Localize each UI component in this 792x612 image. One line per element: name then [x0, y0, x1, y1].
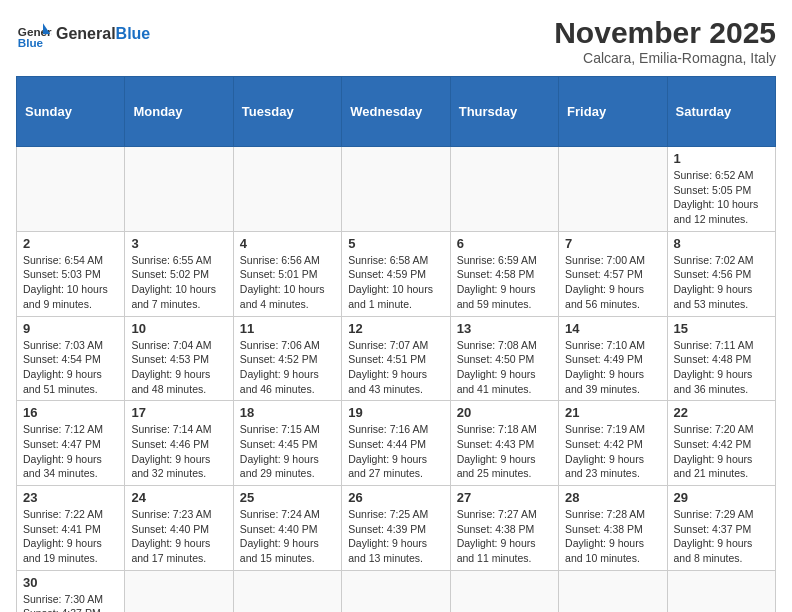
day-info: Sunrise: 7:14 AM Sunset: 4:46 PM Dayligh… — [131, 422, 226, 481]
calendar-cell: 13Sunrise: 7:08 AM Sunset: 4:50 PM Dayli… — [450, 316, 558, 401]
day-info: Sunrise: 7:15 AM Sunset: 4:45 PM Dayligh… — [240, 422, 335, 481]
day-info: Sunrise: 7:29 AM Sunset: 4:37 PM Dayligh… — [674, 507, 769, 566]
location-subtitle: Calcara, Emilia-Romagna, Italy — [554, 50, 776, 66]
day-number: 16 — [23, 405, 118, 420]
logo: General Blue GeneralBlue — [16, 16, 150, 52]
calendar-cell: 5Sunrise: 6:58 AM Sunset: 4:59 PM Daylig… — [342, 231, 450, 316]
day-number: 13 — [457, 321, 552, 336]
calendar-cell — [125, 570, 233, 612]
day-info: Sunrise: 7:04 AM Sunset: 4:53 PM Dayligh… — [131, 338, 226, 397]
calendar-cell — [125, 147, 233, 232]
calendar-cell: 19Sunrise: 7:16 AM Sunset: 4:44 PM Dayli… — [342, 401, 450, 486]
calendar-cell: 26Sunrise: 7:25 AM Sunset: 4:39 PM Dayli… — [342, 486, 450, 571]
calendar-week-5: 23Sunrise: 7:22 AM Sunset: 4:41 PM Dayli… — [17, 486, 776, 571]
day-info: Sunrise: 7:16 AM Sunset: 4:44 PM Dayligh… — [348, 422, 443, 481]
calendar-cell: 1Sunrise: 6:52 AM Sunset: 5:05 PM Daylig… — [667, 147, 775, 232]
calendar-cell: 15Sunrise: 7:11 AM Sunset: 4:48 PM Dayli… — [667, 316, 775, 401]
day-number: 3 — [131, 236, 226, 251]
calendar-week-3: 9Sunrise: 7:03 AM Sunset: 4:54 PM Daylig… — [17, 316, 776, 401]
calendar-cell: 11Sunrise: 7:06 AM Sunset: 4:52 PM Dayli… — [233, 316, 341, 401]
logo-icon: General Blue — [16, 16, 52, 52]
calendar-cell: 25Sunrise: 7:24 AM Sunset: 4:40 PM Dayli… — [233, 486, 341, 571]
day-info: Sunrise: 6:59 AM Sunset: 4:58 PM Dayligh… — [457, 253, 552, 312]
calendar-cell: 17Sunrise: 7:14 AM Sunset: 4:46 PM Dayli… — [125, 401, 233, 486]
day-number: 21 — [565, 405, 660, 420]
calendar-cell — [559, 570, 667, 612]
calendar-cell — [233, 570, 341, 612]
weekday-header-sunday: Sunday — [17, 77, 125, 147]
calendar-cell: 27Sunrise: 7:27 AM Sunset: 4:38 PM Dayli… — [450, 486, 558, 571]
calendar-cell: 28Sunrise: 7:28 AM Sunset: 4:38 PM Dayli… — [559, 486, 667, 571]
day-info: Sunrise: 7:08 AM Sunset: 4:50 PM Dayligh… — [457, 338, 552, 397]
day-info: Sunrise: 7:25 AM Sunset: 4:39 PM Dayligh… — [348, 507, 443, 566]
day-info: Sunrise: 6:52 AM Sunset: 5:05 PM Dayligh… — [674, 168, 769, 227]
calendar-cell — [233, 147, 341, 232]
day-info: Sunrise: 7:11 AM Sunset: 4:48 PM Dayligh… — [674, 338, 769, 397]
day-number: 1 — [674, 151, 769, 166]
calendar-cell: 2Sunrise: 6:54 AM Sunset: 5:03 PM Daylig… — [17, 231, 125, 316]
day-info: Sunrise: 7:24 AM Sunset: 4:40 PM Dayligh… — [240, 507, 335, 566]
calendar-week-2: 2Sunrise: 6:54 AM Sunset: 5:03 PM Daylig… — [17, 231, 776, 316]
calendar-cell: 7Sunrise: 7:00 AM Sunset: 4:57 PM Daylig… — [559, 231, 667, 316]
day-number: 25 — [240, 490, 335, 505]
calendar-cell: 29Sunrise: 7:29 AM Sunset: 4:37 PM Dayli… — [667, 486, 775, 571]
calendar-cell: 9Sunrise: 7:03 AM Sunset: 4:54 PM Daylig… — [17, 316, 125, 401]
day-info: Sunrise: 7:03 AM Sunset: 4:54 PM Dayligh… — [23, 338, 118, 397]
calendar-week-1: 1Sunrise: 6:52 AM Sunset: 5:05 PM Daylig… — [17, 147, 776, 232]
day-info: Sunrise: 7:23 AM Sunset: 4:40 PM Dayligh… — [131, 507, 226, 566]
calendar-cell: 3Sunrise: 6:55 AM Sunset: 5:02 PM Daylig… — [125, 231, 233, 316]
month-title: November 2025 — [554, 16, 776, 50]
calendar-cell: 20Sunrise: 7:18 AM Sunset: 4:43 PM Dayli… — [450, 401, 558, 486]
day-number: 19 — [348, 405, 443, 420]
day-info: Sunrise: 7:12 AM Sunset: 4:47 PM Dayligh… — [23, 422, 118, 481]
day-number: 12 — [348, 321, 443, 336]
day-info: Sunrise: 6:58 AM Sunset: 4:59 PM Dayligh… — [348, 253, 443, 312]
title-area: November 2025 Calcara, Emilia-Romagna, I… — [554, 16, 776, 66]
calendar-cell: 14Sunrise: 7:10 AM Sunset: 4:49 PM Dayli… — [559, 316, 667, 401]
calendar-cell: 12Sunrise: 7:07 AM Sunset: 4:51 PM Dayli… — [342, 316, 450, 401]
calendar-cell — [17, 147, 125, 232]
calendar-cell — [342, 147, 450, 232]
day-info: Sunrise: 7:22 AM Sunset: 4:41 PM Dayligh… — [23, 507, 118, 566]
day-info: Sunrise: 7:07 AM Sunset: 4:51 PM Dayligh… — [348, 338, 443, 397]
calendar-cell: 21Sunrise: 7:19 AM Sunset: 4:42 PM Dayli… — [559, 401, 667, 486]
weekday-header-saturday: Saturday — [667, 77, 775, 147]
weekday-header-wednesday: Wednesday — [342, 77, 450, 147]
weekday-header-tuesday: Tuesday — [233, 77, 341, 147]
day-info: Sunrise: 7:20 AM Sunset: 4:42 PM Dayligh… — [674, 422, 769, 481]
calendar-cell — [450, 570, 558, 612]
day-number: 24 — [131, 490, 226, 505]
day-number: 2 — [23, 236, 118, 251]
day-number: 22 — [674, 405, 769, 420]
day-info: Sunrise: 6:54 AM Sunset: 5:03 PM Dayligh… — [23, 253, 118, 312]
day-number: 8 — [674, 236, 769, 251]
day-number: 23 — [23, 490, 118, 505]
page-header: General Blue GeneralBlue November 2025 C… — [16, 16, 776, 66]
day-number: 28 — [565, 490, 660, 505]
weekday-header-thursday: Thursday — [450, 77, 558, 147]
day-number: 6 — [457, 236, 552, 251]
day-info: Sunrise: 7:19 AM Sunset: 4:42 PM Dayligh… — [565, 422, 660, 481]
calendar-week-6: 30Sunrise: 7:30 AM Sunset: 4:37 PM Dayli… — [17, 570, 776, 612]
day-number: 5 — [348, 236, 443, 251]
day-number: 18 — [240, 405, 335, 420]
day-number: 29 — [674, 490, 769, 505]
weekday-header-row: SundayMondayTuesdayWednesdayThursdayFrid… — [17, 77, 776, 147]
weekday-header-monday: Monday — [125, 77, 233, 147]
calendar-cell: 30Sunrise: 7:30 AM Sunset: 4:37 PM Dayli… — [17, 570, 125, 612]
day-info: Sunrise: 7:00 AM Sunset: 4:57 PM Dayligh… — [565, 253, 660, 312]
day-number: 15 — [674, 321, 769, 336]
day-info: Sunrise: 7:30 AM Sunset: 4:37 PM Dayligh… — [23, 592, 118, 612]
day-info: Sunrise: 7:18 AM Sunset: 4:43 PM Dayligh… — [457, 422, 552, 481]
calendar-cell — [342, 570, 450, 612]
day-info: Sunrise: 7:27 AM Sunset: 4:38 PM Dayligh… — [457, 507, 552, 566]
calendar-cell: 8Sunrise: 7:02 AM Sunset: 4:56 PM Daylig… — [667, 231, 775, 316]
day-number: 9 — [23, 321, 118, 336]
svg-text:Blue: Blue — [18, 36, 44, 49]
day-number: 10 — [131, 321, 226, 336]
calendar-cell — [559, 147, 667, 232]
calendar-week-4: 16Sunrise: 7:12 AM Sunset: 4:47 PM Dayli… — [17, 401, 776, 486]
calendar-cell: 24Sunrise: 7:23 AM Sunset: 4:40 PM Dayli… — [125, 486, 233, 571]
calendar-cell: 22Sunrise: 7:20 AM Sunset: 4:42 PM Dayli… — [667, 401, 775, 486]
day-number: 14 — [565, 321, 660, 336]
